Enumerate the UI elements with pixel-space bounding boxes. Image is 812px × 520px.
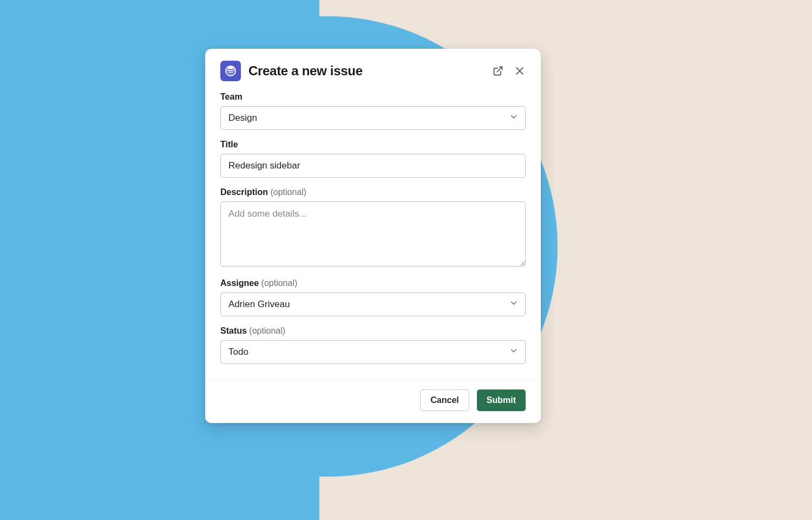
status-select-value: Todo (228, 347, 248, 358)
team-field-group: Team Design (220, 92, 526, 130)
description-optional-text: (optional) (270, 187, 306, 197)
title-label: Title (220, 140, 526, 150)
close-icon[interactable] (514, 65, 526, 77)
title-field-group: Title (220, 140, 526, 178)
assignee-select-value: Adrien Griveau (228, 299, 290, 310)
description-textarea[interactable] (220, 202, 526, 266)
scroll-fade (205, 363, 541, 379)
assignee-label: Assignee (optional) (220, 278, 526, 288)
modal-body: Team Design Title Description (optional)… (205, 87, 541, 379)
modal-title: Create a new issue (248, 63, 484, 79)
header-actions (492, 65, 526, 77)
app-logo-icon (220, 61, 241, 81)
assignee-select[interactable]: Adrien Griveau (220, 292, 526, 316)
create-issue-modal: Create a new issue Team Design (205, 49, 541, 423)
assignee-field-group: Assignee (optional) Adrien Griveau (220, 278, 526, 316)
assignee-optional-text: (optional) (261, 278, 298, 288)
submit-button[interactable]: Submit (477, 389, 526, 411)
description-field-group: Description (optional) (220, 187, 526, 269)
status-select[interactable]: Todo (220, 340, 526, 364)
cancel-button[interactable]: Cancel (420, 389, 469, 411)
title-input[interactable] (220, 154, 526, 178)
svg-line-1 (497, 67, 502, 72)
modal-footer: Cancel Submit (205, 379, 541, 423)
team-select[interactable]: Design (220, 106, 526, 130)
status-label-text: Status (220, 326, 247, 335)
status-label: Status (optional) (220, 326, 526, 336)
description-label: Description (optional) (220, 187, 526, 197)
chevron-down-icon (509, 112, 519, 125)
chevron-down-icon (509, 298, 519, 311)
status-optional-text: (optional) (249, 326, 285, 335)
modal-header: Create a new issue (205, 49, 541, 87)
status-field-group: Status (optional) Todo (220, 326, 526, 364)
open-external-icon[interactable] (492, 65, 504, 77)
assignee-label-text: Assignee (220, 278, 259, 288)
team-label: Team (220, 92, 526, 102)
team-select-value: Design (228, 113, 257, 123)
chevron-down-icon (509, 346, 519, 359)
description-label-text: Description (220, 187, 268, 197)
